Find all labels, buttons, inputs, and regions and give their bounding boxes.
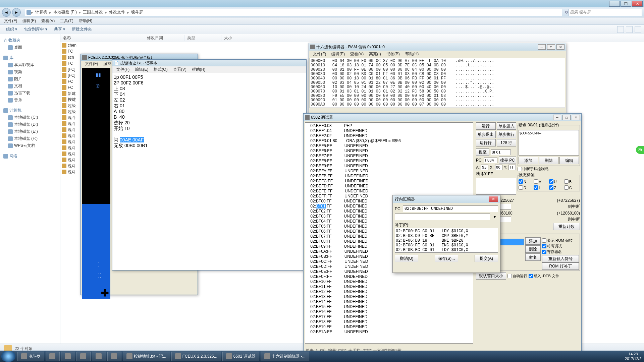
hex-content[interactable]: 000000 00 64 30 00 E0 00 0C 37 0C 96 A7 … bbox=[310, 58, 565, 108]
flag-b[interactable] bbox=[564, 179, 569, 184]
hex-min[interactable]: ─ bbox=[538, 44, 546, 50]
sidebar-item[interactable]: 迅雷下载 bbox=[1, 89, 59, 97]
asm-apply[interactable]: 提交(A) bbox=[475, 255, 498, 262]
task-explorer[interactable]: 魂斗罗 bbox=[17, 352, 44, 361]
menu-edit[interactable]: 编辑(E) bbox=[20, 18, 39, 24]
breadcrumb[interactable]: ▸ 计算机▸ 本地磁盘 (F:)▸ 三国志修改▸ 修改文件▸ 魂斗罗 bbox=[25, 9, 562, 16]
sidebar-item[interactable]: 视频 bbox=[1, 68, 59, 75]
sidebar-item-desktop[interactable]: 桌面 bbox=[1, 44, 59, 51]
run-button[interactable]: 运行 bbox=[476, 122, 496, 130]
np-help[interactable]: 帮助(H) bbox=[189, 67, 208, 72]
recount-button[interactable]: 重新计数 bbox=[553, 223, 580, 230]
task-notepad[interactable]: 按键地址.txt - 记... bbox=[123, 352, 170, 361]
task-app2[interactable] bbox=[76, 352, 91, 361]
chk-badop[interactable] bbox=[518, 167, 522, 171]
sidebar-item[interactable]: 本地磁盘 (E:) bbox=[1, 128, 59, 135]
refresh-icon[interactable]: ↻ bbox=[565, 10, 568, 15]
hex-max[interactable]: □ bbox=[547, 44, 555, 50]
notepad-content[interactable]: 1p 00F1 00F5 2P 00F2 00F6 上 08 下 04 左 02… bbox=[112, 73, 306, 150]
addr-del[interactable]: 删除 bbox=[525, 245, 541, 253]
tb-include[interactable]: 包含到库中 ▾ bbox=[20, 26, 50, 32]
np-view[interactable]: 查看(V) bbox=[170, 67, 189, 72]
hex-view[interactable]: 查看(V) bbox=[347, 51, 366, 57]
asm-save[interactable]: 保存(S)... bbox=[435, 255, 458, 262]
col-date[interactable]: 修改日期 bbox=[144, 35, 184, 41]
tb-share[interactable]: 共享 ▾ bbox=[51, 26, 68, 32]
menu-help[interactable]: 帮助(H) bbox=[76, 18, 95, 24]
menu-tools[interactable]: 工具(T) bbox=[57, 18, 76, 24]
opt-rom[interactable] bbox=[542, 238, 546, 243]
bp-edit[interactable]: 编辑 bbox=[559, 157, 579, 164]
asm-undo[interactable]: 撤消(U) bbox=[395, 255, 418, 262]
tray-icon[interactable] bbox=[593, 354, 598, 359]
hex-edit[interactable]: 编辑(E) bbox=[329, 51, 347, 57]
addr-rename[interactable]: 命名 bbox=[525, 253, 541, 261]
bp-add[interactable]: 添加 bbox=[519, 157, 538, 164]
task-fceux[interactable]: FCEUX 2.2.3.325... bbox=[171, 352, 221, 361]
task-ie[interactable] bbox=[46, 352, 60, 361]
tray-icon[interactable] bbox=[611, 354, 616, 359]
hex-highlight[interactable]: 高亮(I) bbox=[366, 51, 383, 57]
flag-d[interactable] bbox=[519, 185, 523, 190]
back-button[interactable]: ◄ bbox=[2, 8, 11, 17]
flag-v[interactable] bbox=[534, 179, 538, 184]
chk-autorun[interactable] bbox=[507, 274, 512, 278]
tray-icon[interactable] bbox=[587, 354, 592, 359]
dbg-close[interactable]: ✕ bbox=[572, 115, 580, 120]
seekto-button[interactable]: 搜至 bbox=[476, 148, 489, 156]
reload-sym[interactable]: 重新载入符号 bbox=[542, 255, 579, 262]
stepexec-button[interactable]: 单步执行 bbox=[497, 131, 517, 138]
flag-i[interactable] bbox=[534, 185, 538, 190]
tb-organize[interactable]: 组织 ▾ bbox=[3, 26, 20, 32]
flag-z[interactable] bbox=[549, 185, 553, 190]
np-format[interactable]: 格式(O) bbox=[151, 67, 170, 72]
sidebar-item[interactable]: 音乐 bbox=[1, 97, 59, 104]
sb-network[interactable]: 网络 bbox=[1, 153, 59, 160]
y-input[interactable] bbox=[508, 165, 516, 170]
hex-bookmark[interactable]: 书签(B) bbox=[384, 51, 402, 57]
asm-input[interactable] bbox=[395, 214, 490, 220]
sidebar-item[interactable]: 本地磁盘 (F:) bbox=[1, 135, 59, 142]
x-input[interactable] bbox=[495, 165, 502, 170]
notepad-title[interactable]: 📄 按键地址.txt - 记事本 bbox=[112, 60, 306, 66]
stepin-button[interactable]: 单步进入 bbox=[497, 122, 517, 130]
maximize-button[interactable]: ❐ bbox=[621, 1, 631, 7]
tray-icon[interactable] bbox=[605, 354, 610, 359]
col-type[interactable]: 类型 bbox=[184, 35, 221, 41]
debugger-title[interactable]: 6502 调试器 ─ □ ✕ bbox=[304, 114, 581, 121]
tray-icon[interactable] bbox=[599, 354, 604, 359]
chk-loaddeb[interactable] bbox=[529, 274, 533, 278]
system-tray[interactable]: 14:28 2017/12/2 bbox=[587, 352, 643, 361]
task-debugger[interactable]: 6502 调试器 bbox=[222, 352, 259, 361]
breakpoint-list[interactable]: $00F5:-C-N-- bbox=[519, 130, 579, 156]
search-input[interactable]: 搜索 魂斗罗 bbox=[568, 9, 642, 16]
view-icon[interactable] bbox=[617, 26, 624, 33]
side-badge[interactable]: 29 bbox=[636, 146, 644, 154]
addr-add[interactable]: 添加 bbox=[525, 237, 541, 245]
task-app[interactable] bbox=[61, 352, 75, 361]
asm-patch-list[interactable]: 02:BF00:BC C0 01 LDY $01C0,X 02:BF03:D9 … bbox=[395, 228, 498, 253]
clock[interactable]: 14:28 2017/12/2 bbox=[625, 352, 641, 361]
preview-icon[interactable] bbox=[626, 26, 633, 33]
runline-button[interactable]: 运行行 bbox=[476, 139, 496, 146]
seek-input[interactable] bbox=[491, 149, 511, 155]
menu-file[interactable]: 文件(F) bbox=[1, 18, 20, 24]
minimize-button[interactable]: ─ bbox=[609, 1, 620, 7]
pc-input[interactable] bbox=[484, 158, 497, 163]
sidebar-item[interactable]: 本地磁盘 (C:) bbox=[1, 114, 59, 121]
dbg-min[interactable]: ─ bbox=[553, 115, 561, 120]
flag-n[interactable] bbox=[519, 179, 523, 184]
seekpc-button[interactable]: 搜寻 PC bbox=[499, 157, 516, 164]
a-input[interactable] bbox=[481, 165, 488, 170]
hex-help[interactable]: 帮助(H) bbox=[402, 51, 422, 57]
menu-view[interactable]: 查看(V) bbox=[39, 18, 57, 24]
sidebar-item[interactable]: 暴风影视库 bbox=[1, 61, 59, 68]
stepout-button[interactable]: 单步退出 bbox=[476, 131, 496, 138]
hex-title[interactable]: 十六进制编辑器 - RAM 偏转 0x0001c0 ─ □ ✕ bbox=[309, 43, 566, 51]
np-file[interactable]: 文件(F) bbox=[114, 67, 132, 72]
col-name[interactable]: 名称 bbox=[60, 35, 144, 41]
sidebar-item[interactable]: 本地磁盘 (D:) bbox=[1, 121, 59, 128]
sb-favorites[interactable]: ☆ 收藏夹 bbox=[1, 37, 59, 44]
defsize-button[interactable]: 默认窗口大小 bbox=[476, 272, 506, 280]
sidebar-item[interactable]: 文档 bbox=[1, 82, 59, 89]
